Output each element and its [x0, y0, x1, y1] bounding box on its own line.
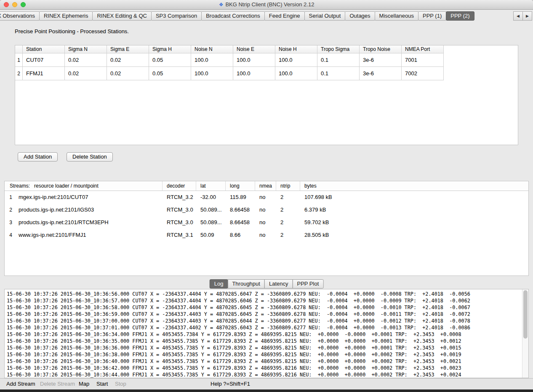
stations-header-tropo-sigma[interactable]: Tropo Sigma [317, 45, 360, 53]
stream-row[interactable]: 1 mgex.igs-ip.net:2101/CUT07 RTCM_3.2 -3… [5, 191, 528, 204]
title-bar: ❖BKG Ntrip Client (BNC) Version 2.12 [0, 0, 533, 10]
stations-header-sigma-n[interactable]: Sigma N [65, 45, 107, 53]
cell-station[interactable]: FFMJ1 [23, 67, 65, 80]
stations-header-noise-h[interactable]: Noise H [275, 45, 317, 53]
tab-miscellaneous[interactable]: Miscellaneous [375, 11, 418, 21]
cell-sigma-e[interactable]: 0.02 [107, 53, 149, 67]
log-line: 15-06-30 10:37:26 2015-06-30_10:36:35.00… [7, 338, 528, 344]
stations-header-noise-e[interactable]: Noise E [233, 45, 275, 53]
stations-header-sigma-e[interactable]: Sigma E [107, 45, 149, 53]
cell-nmea: no [255, 204, 276, 216]
log-line: 15-06-30 10:37:26 2015-06-30_10:36:44.00… [7, 371, 528, 378]
streams-header-bytes[interactable]: bytes [300, 181, 528, 191]
cell-sigma-e[interactable]: 0.02 [107, 67, 149, 80]
cell-noise-h[interactable]: 100.0 [275, 67, 317, 80]
log-line: 15-06-30 10:37:26 2015-06-30_10:36:38.00… [7, 351, 528, 358]
cell-tropo-noise[interactable]: 3e-6 [360, 53, 402, 67]
add-station-button[interactable]: Add Station [18, 152, 58, 162]
start-action[interactable]: Start [96, 379, 108, 389]
log-output[interactable]: 15-06-30 10:37:26 2015-06-30_10:36:56.00… [4, 289, 529, 378]
stations-header-noise-n[interactable]: Noise N [191, 45, 233, 53]
tab-broadcast-corrections[interactable]: Broadcast Corrections [201, 11, 265, 21]
cell-long: 115.89 [226, 191, 255, 204]
row-number: 1 [5, 191, 14, 204]
tab-outages[interactable]: Outages [345, 11, 375, 21]
cell-tropo-noise[interactable]: 3e-6 [360, 67, 402, 80]
cell-nmea-port[interactable]: 7001 [402, 53, 444, 67]
cell-sigma-h[interactable]: 0.05 [149, 67, 191, 80]
cell-lat: -32.00 [196, 191, 226, 204]
log-scrollbar[interactable] [522, 289, 528, 378]
tab-feed-engine[interactable]: Feed Engine [264, 11, 305, 21]
add-stream-action[interactable]: Add Stream [6, 379, 35, 389]
stations-header-tropo-noise[interactable]: Tropo Noise [360, 45, 402, 53]
stations-header-corner [15, 45, 23, 53]
cell-mountpoint: products.igs-ip.net:2101/IGS03 [14, 204, 163, 216]
tab-serial-output[interactable]: Serial Output [304, 11, 346, 21]
cell-lat: 50.09 [196, 229, 226, 241]
main-tab-bar: RINEX ObservationsRINEX EphemerisRINEX E… [0, 11, 533, 21]
streams-header-ntrip[interactable]: ntrip [276, 181, 300, 191]
log-line: 15-06-30 10:37:26 2015-06-30_10:36:57.00… [7, 297, 528, 304]
log-line: 15-06-30 10:37:26 2015-06-30_10:36:42.00… [7, 365, 528, 371]
cell-noise-e[interactable]: 100.0 [233, 67, 275, 80]
stream-row[interactable]: 2 products.igs-ip.net:2101/IGS03 RTCM_3.… [5, 204, 528, 216]
cell-noise-e[interactable]: 100.0 [233, 53, 275, 67]
tab-scroll-left-icon[interactable]: ◀ [513, 11, 523, 21]
log-scrollbar-thumb[interactable] [523, 290, 528, 339]
tab-ppp-2[interactable]: PPP (2) [446, 11, 474, 21]
streams-table: Streams: resource loader / mountpoint de… [4, 181, 529, 276]
row-number[interactable]: 1 [15, 53, 23, 67]
cell-noise-n[interactable]: 100.0 [191, 53, 233, 67]
tab-rinex-ephemeris[interactable]: RINEX Ephemeris [39, 11, 93, 21]
cell-long: 8.66458 [226, 204, 255, 216]
log-line: 15-06-30 10:37:26 2015-06-30_10:36:36.00… [7, 344, 528, 351]
stations-header-station[interactable]: Station [23, 45, 65, 53]
tab-ppp-plot[interactable]: PPP Plot [292, 279, 323, 289]
tab-latency[interactable]: Latency [264, 279, 293, 289]
cell-mountpoint: mgex.igs-ip.net:2101/CUT07 [14, 191, 163, 204]
cell-noise-h[interactable]: 100.0 [275, 53, 317, 67]
cell-lat: 50.089... [196, 204, 226, 216]
stream-row[interactable]: 3 products.igs-ip.net:2101/RTCM3EPH RTCM… [5, 216, 528, 229]
stations-header-sigma-h[interactable]: Sigma H [149, 45, 191, 53]
stop-action[interactable]: Stop [115, 379, 126, 389]
streams-header-nmea[interactable]: nmea [255, 181, 276, 191]
stations-header-nmea-port[interactable]: NMEA Port [402, 45, 444, 53]
cell-bytes: 28.505 kB [300, 229, 528, 241]
map-action[interactable]: Map [79, 379, 89, 389]
cell-noise-n[interactable]: 100.0 [191, 67, 233, 80]
tab-log[interactable]: Log [210, 279, 228, 289]
streams-header-decoder[interactable]: decoder [163, 181, 196, 191]
cell-nmea-port[interactable]: 7002 [402, 67, 444, 80]
cell-bytes: 59.702 kB [300, 216, 528, 229]
stations-row-ffmj1: 2 FFMJ1 0.02 0.02 0.05 100.0 100.0 100.0… [15, 67, 518, 80]
tab-ppp-1[interactable]: PPP (1) [418, 11, 446, 21]
status-bar: Add Stream Delete Stream Map Start Stop … [0, 378, 533, 389]
help-hint: Help ?=Shift+F1 [211, 379, 250, 389]
cell-tropo-sigma[interactable]: 0.1 [317, 53, 360, 67]
cell-decoder: RTCM_3.0 [163, 204, 196, 216]
cell-sigma-n[interactable]: 0.02 [65, 67, 107, 80]
tab-scroll-right-icon[interactable]: ▶ [522, 11, 532, 21]
cell-sigma-h[interactable]: 0.05 [149, 53, 191, 67]
streams-header-mountpoint[interactable]: Streams: resource loader / mountpoint [5, 181, 163, 191]
tab-sp3-comparison[interactable]: SP3 Comparison [151, 11, 202, 21]
stations-table: Station Sigma N Sigma E Sigma H Noise N … [15, 45, 518, 145]
cell-station[interactable]: CUT07 [23, 53, 65, 67]
cell-long: 8.66458 [226, 216, 255, 229]
stations-header-row: Station Sigma N Sigma E Sigma H Noise N … [15, 45, 518, 53]
window-bottom-edge [0, 389, 533, 392]
cell-decoder: RTCM_3.1 [163, 229, 196, 241]
tab-rinex-editing-qc[interactable]: RINEX Editing & QC [92, 11, 152, 21]
cell-sigma-n[interactable]: 0.02 [65, 53, 107, 67]
row-number[interactable]: 2 [15, 67, 23, 80]
tab-rinex-observations[interactable]: RINEX Observations [0, 11, 40, 21]
delete-station-button[interactable]: Delete Station [67, 152, 113, 162]
tab-throughput[interactable]: Throughput [227, 279, 265, 289]
cell-tropo-sigma[interactable]: 0.1 [317, 67, 360, 80]
stream-row[interactable]: 4 www.igs-ip.net:2101/FFMJ1 RTCM_3.1 50.… [5, 229, 528, 241]
streams-header-lat[interactable]: lat [196, 181, 226, 191]
delete-stream-action[interactable]: Delete Stream [40, 379, 75, 389]
streams-header-long[interactable]: long [226, 181, 255, 191]
